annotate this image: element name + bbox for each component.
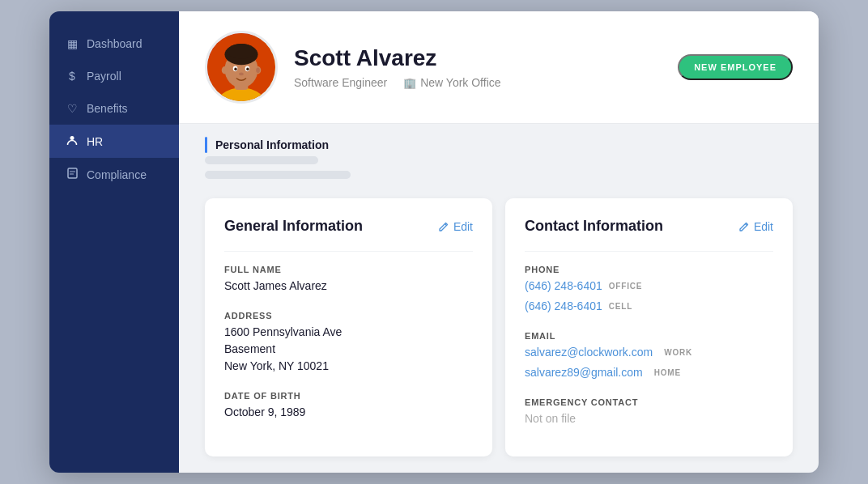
email-work-tag: WORK [664, 348, 692, 357]
office-building-icon: 🏢 [403, 77, 416, 89]
hr-icon [66, 134, 79, 148]
main-content: Scott Alvarez Software Engineer 🏢 New Yo… [179, 11, 819, 473]
phone-field: PHONE (646) 248-6401 OFFICE (646) 248-64… [525, 265, 773, 315]
sidebar-item-benefits[interactable]: ♡ Benefits [49, 92, 179, 125]
general-info-card: General Information Edit FULL NAME Scott… [205, 198, 492, 456]
full-name-field: FULL NAME Scott James Alvarez [224, 265, 473, 295]
email-label: EMAIL [525, 331, 773, 341]
contact-info-card-header: Contact Information Edit [525, 218, 773, 235]
payroll-icon: $ [66, 70, 79, 83]
cards-area: General Information Edit FULL NAME Scott… [179, 189, 819, 473]
email-field: EMAIL salvarez@clockwork.com WORK salvar… [525, 331, 773, 381]
address-field: ADDRESS 1600 Pennsylvania Ave Basement N… [224, 311, 473, 375]
sidebar-item-payroll[interactable]: $ Payroll [49, 60, 179, 92]
svg-point-12 [246, 67, 249, 70]
dob-field: DATE OF BIRTH October 9, 1989 [224, 391, 473, 421]
phone-office-row: (646) 248-6401 OFFICE [525, 278, 773, 295]
profile-office: New York Office [420, 76, 500, 89]
profile-name: Scott Alvarez [294, 45, 662, 71]
phone-cell-tag: CELL [609, 302, 632, 311]
address-value: 1600 Pennsylvania Ave Basement New York,… [224, 324, 473, 375]
sidebar-item-dashboard[interactable]: ▦ Dashboard [49, 28, 179, 60]
dob-value: October 9, 1989 [224, 404, 473, 421]
email-work: salvarez@clockwork.com [525, 344, 653, 361]
sidebar-item-label: Payroll [87, 70, 121, 83]
general-info-edit-label: Edit [453, 220, 473, 233]
contact-info-title: Contact Information [525, 218, 663, 235]
svg-point-11 [234, 67, 236, 70]
contact-info-edit-button[interactable]: Edit [738, 220, 773, 233]
divider-2 [525, 251, 773, 252]
profile-office-item: 🏢 New York Office [403, 76, 500, 89]
profile-meta: Software Engineer 🏢 New York Office [294, 76, 662, 89]
phone-office-number: (646) 248-6401 [525, 278, 602, 295]
sidebar-item-label: Benefits [87, 102, 128, 115]
sidebar: ▦ Dashboard $ Payroll ♡ Benefits HR [49, 11, 179, 473]
edit-pencil-icon [438, 221, 449, 232]
phone-cell-row: (646) 248-6401 CELL [525, 298, 773, 315]
skeleton-line-2 [205, 171, 351, 179]
emergency-contact-field: EMERGENCY CONTACT Not on file [525, 397, 773, 427]
profile-header: Scott Alvarez Software Engineer 🏢 New Yo… [179, 11, 819, 124]
personal-info-section-header: Personal Information [179, 124, 819, 156]
sidebar-item-label: Compliance [87, 168, 147, 181]
full-name-value: Scott James Alvarez [224, 278, 473, 295]
phone-label: PHONE [525, 265, 773, 274]
emergency-contact-label: EMERGENCY CONTACT [525, 397, 773, 407]
profile-title-item: Software Engineer [294, 76, 387, 89]
sidebar-item-label: HR [87, 135, 103, 148]
sidebar-item-compliance[interactable]: Compliance [49, 158, 179, 191]
phone-cell-number: (646) 248-6401 [525, 298, 602, 315]
divider-1 [224, 251, 473, 252]
avatar [205, 31, 278, 104]
email-work-row: salvarez@clockwork.com WORK [525, 344, 773, 361]
contact-edit-pencil-icon [738, 221, 750, 232]
skeleton-lines [179, 156, 819, 185]
email-home-row: salvarez89@gmail.com HOME [525, 364, 773, 381]
address-line-3: New York, NY 10021 [224, 358, 473, 375]
new-employee-badge[interactable]: NEW EMPLOYEE [678, 54, 793, 80]
compliance-icon [66, 168, 79, 181]
phone-office-tag: OFFICE [609, 282, 642, 291]
benefits-icon: ♡ [66, 102, 79, 115]
section-accent-bar [205, 137, 207, 153]
sidebar-item-hr[interactable]: HR [49, 125, 179, 158]
personal-info-heading: Personal Information [215, 138, 329, 151]
address-line-2: Basement [224, 341, 473, 358]
avatar-image [207, 33, 275, 101]
dob-label: DATE OF BIRTH [224, 391, 473, 401]
app-container: ▦ Dashboard $ Payroll ♡ Benefits HR [49, 11, 819, 473]
address-label: ADDRESS [224, 311, 473, 321]
profile-info: Scott Alvarez Software Engineer 🏢 New Yo… [294, 45, 662, 89]
general-info-edit-button[interactable]: Edit [438, 220, 473, 233]
svg-rect-1 [68, 168, 77, 178]
svg-point-14 [222, 66, 228, 74]
email-home-tag: HOME [654, 368, 681, 377]
svg-point-0 [70, 136, 74, 140]
contact-info-card: Contact Information Edit PHONE (646) 248… [505, 198, 793, 456]
svg-point-16 [256, 67, 260, 73]
address-line-1: 1600 Pennsylvania Ave [224, 324, 473, 341]
general-info-title: General Information [224, 218, 363, 235]
dashboard-icon: ▦ [66, 37, 79, 50]
sidebar-item-label: Dashboard [87, 37, 143, 50]
general-info-card-header: General Information Edit [224, 218, 473, 235]
profile-title: Software Engineer [294, 76, 387, 89]
contact-info-edit-label: Edit [754, 220, 773, 233]
svg-point-13 [239, 73, 244, 76]
emergency-contact-value: Not on file [525, 410, 773, 427]
svg-point-8 [228, 44, 255, 59]
full-name-label: FULL NAME [224, 265, 473, 274]
email-home: salvarez89@gmail.com [525, 364, 643, 381]
skeleton-line-1 [205, 156, 318, 164]
